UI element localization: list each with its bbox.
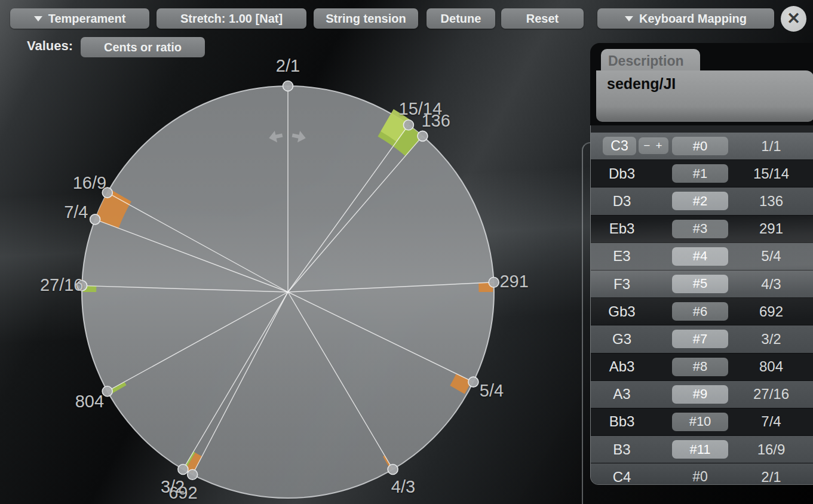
tuning-circle (0, 0, 597, 504)
table-row[interactable]: C4#02/1 (591, 463, 813, 485)
note-handle[interactable] (418, 131, 428, 141)
table-row[interactable]: Ab3#8804 (591, 353, 813, 380)
dial-note-label: 4/3 (391, 477, 415, 497)
degree-index-button[interactable]: #0 (672, 137, 728, 155)
degree-index-button[interactable]: #6 (672, 302, 728, 321)
table-row[interactable]: Bb3#107/4 (591, 408, 813, 435)
dial-note-label: 3/2 (161, 477, 185, 497)
string-tension-button[interactable]: String tension (314, 8, 418, 29)
dial-note-label: 2/1 (276, 56, 300, 76)
note-label: F3 (596, 271, 648, 297)
degree-index-label: #0 (672, 463, 728, 485)
note-handle[interactable] (90, 214, 100, 225)
tuning-value[interactable]: 15/14 (737, 160, 806, 187)
note-handle[interactable] (283, 81, 293, 91)
table-row[interactable]: B3#1116/9 (591, 435, 813, 463)
temperament-editor-window: 2/115/141362915/44/36923/280427/167/416/… (0, 0, 813, 504)
note-label: G3 (596, 325, 648, 352)
note-label: Bb3 (596, 408, 648, 435)
tuning-value[interactable]: 692 (737, 298, 806, 325)
table-row[interactable]: A3#927/16 (591, 380, 813, 408)
degree-index-button[interactable]: #3 (672, 220, 728, 238)
note-handle[interactable] (178, 464, 188, 474)
reset-button[interactable]: Reset (501, 8, 584, 29)
degree-index-button[interactable]: #11 (672, 440, 728, 459)
description-tab-label: Description (608, 53, 684, 69)
description-panel: Description sedeng/JI (590, 43, 813, 128)
note-label: Gb3 (596, 298, 648, 325)
table-row[interactable]: F3#54/3 (591, 270, 813, 297)
table-row[interactable]: Gb3#6692 (591, 297, 813, 325)
table-row[interactable]: C3− +#01/1 (591, 133, 813, 159)
reset-label: Reset (526, 12, 559, 26)
degree-index-button[interactable]: #8 (672, 358, 728, 376)
values-format-button[interactable]: Cents or ratio (81, 37, 205, 57)
dial-note-label: 804 (75, 391, 104, 411)
temperament-menu-label: Temperament (48, 12, 126, 26)
close-button[interactable]: ✕ (781, 6, 806, 32)
note-handle[interactable] (489, 277, 499, 287)
dial-note-label: 136 (421, 111, 450, 131)
note-handle[interactable] (403, 120, 413, 130)
tuning-value[interactable]: 291 (737, 216, 806, 242)
note-label: Eb3 (596, 216, 648, 242)
degree-index-button[interactable]: #4 (672, 247, 728, 266)
keyboard-mapping-table: C3− +#01/1Db3#115/14D3#2136Eb3#3291E3#45… (590, 125, 813, 485)
tuning-value[interactable]: 16/9 (737, 436, 806, 463)
shift-left-arrow-icon[interactable] (268, 130, 284, 144)
table-row[interactable]: Eb3#3291 (591, 215, 813, 242)
dial-note-label: 16/9 (73, 173, 106, 193)
degree-index-button[interactable]: #1 (672, 164, 728, 183)
stretch-button[interactable]: Stretch: 1.00 [Nat] (157, 8, 306, 29)
tuning-value[interactable]: 136 (737, 188, 806, 214)
note-label: E3 (596, 243, 648, 270)
tuning-value[interactable]: 27/16 (737, 381, 806, 408)
chevron-down-icon (34, 16, 42, 21)
temperament-menu-button[interactable]: Temperament (10, 8, 149, 29)
degree-index-button[interactable]: #5 (672, 275, 728, 293)
tuning-value[interactable]: 1/1 (737, 133, 806, 159)
chevron-down-icon (625, 16, 633, 21)
dial-note-label: 5/4 (480, 381, 504, 401)
tuning-value[interactable]: 7/4 (737, 408, 806, 435)
note-handle[interactable] (468, 377, 478, 387)
dial-note-label: 7/4 (64, 202, 88, 222)
octave-stepper[interactable]: − + (639, 137, 668, 154)
description-field[interactable]: sedeng/JI (596, 70, 813, 122)
values-format-label: Cents or ratio (104, 41, 182, 54)
note-label: B3 (596, 436, 648, 463)
detune-button[interactable]: Detune (427, 8, 495, 29)
note-handle[interactable] (388, 464, 398, 474)
tuning-value[interactable]: 4/3 (737, 271, 806, 297)
tuning-value[interactable]: 2/1 (737, 463, 806, 485)
mapping-table-rows: C3− +#01/1Db3#115/14D3#2136Eb3#3291E3#45… (591, 133, 813, 485)
values-label: Values: (27, 38, 73, 54)
degree-index-button[interactable]: #2 (672, 192, 728, 210)
note-button[interactable]: C3 (603, 137, 636, 155)
degree-index-button[interactable]: #7 (672, 330, 728, 348)
description-tab[interactable]: Description (601, 49, 700, 73)
tuning-value[interactable]: 5/4 (737, 243, 806, 270)
table-row[interactable]: E3#45/4 (591, 242, 813, 270)
keyboard-mapping-menu-button[interactable]: Keyboard Mapping (597, 8, 774, 29)
shift-right-arrow-icon[interactable] (291, 130, 307, 144)
degree-index-button[interactable]: #9 (672, 385, 728, 404)
note-label: Db3 (596, 160, 648, 187)
keyboard-mapping-label: Keyboard Mapping (639, 12, 747, 26)
description-text: sedeng/JI (607, 75, 676, 93)
note-label: C4 (596, 463, 648, 485)
dial-note-label: 27/16 (40, 275, 84, 295)
string-tension-label: String tension (326, 12, 406, 26)
table-row[interactable]: G3#73/2 (591, 325, 813, 352)
table-row[interactable]: Db3#115/14 (591, 159, 813, 187)
close-icon: ✕ (787, 11, 800, 27)
octave-shift-arrows (268, 126, 307, 147)
dial-note-label: 291 (499, 272, 528, 291)
note-label: A3 (596, 381, 648, 408)
tuning-value[interactable]: 804 (737, 354, 806, 380)
degree-index-button[interactable]: #10 (672, 413, 728, 431)
stretch-label: Stretch: 1.00 [Nat] (180, 12, 283, 26)
note-handle[interactable] (188, 469, 198, 480)
tuning-value[interactable]: 3/2 (737, 325, 806, 352)
table-row[interactable]: D3#2136 (591, 187, 813, 214)
